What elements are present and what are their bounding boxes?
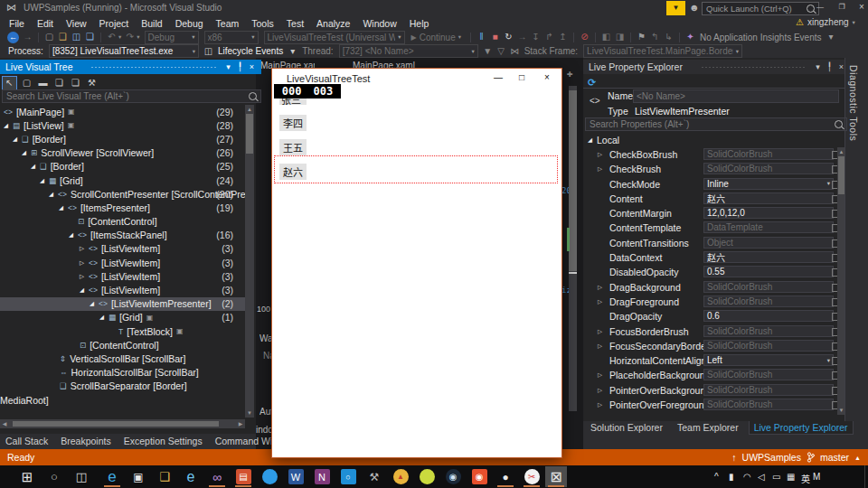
stop-debugging-icon[interactable]: ■: [488, 31, 502, 43]
repo-name[interactable]: UWPSamples: [742, 452, 801, 463]
app-visual-studio[interactable]: ∞: [206, 466, 228, 487]
expander-open-icon[interactable]: ◢: [80, 286, 89, 294]
show-desktop-button[interactable]: [864, 465, 865, 488]
flag-threads-icon[interactable]: ▼: [481, 45, 495, 58]
local-section-header[interactable]: ◢ Local: [588, 135, 619, 145]
signed-in-user[interactable]: ⚠ xingzheng ▾: [796, 17, 855, 27]
unflag-threads-icon[interactable]: ▽: [495, 45, 508, 58]
app-onenote[interactable]: N: [311, 466, 333, 487]
tree-item[interactable]: ⊡[ContentControl]: [0, 215, 245, 229]
view-source-button[interactable]: ❏: [69, 77, 82, 89]
property-value-field[interactable]: SolidColorBrush: [703, 325, 834, 337]
expander-closed-icon[interactable]: ▷: [80, 245, 89, 252]
app-edge[interactable]: e: [101, 466, 123, 487]
app-blue-circle[interactable]: [259, 466, 280, 487]
property-value-field[interactable]: SolidColorBrush: [703, 399, 834, 410]
app-steam[interactable]: ◉: [442, 466, 464, 487]
tree-hscrollbar-thumb[interactable]: [13, 421, 219, 427]
property-value-field[interactable]: SolidColorBrush: [703, 163, 834, 174]
expander-open-icon[interactable]: ◢: [22, 149, 31, 156]
scroll-left-icon[interactable]: ◀: [1, 420, 8, 427]
tab-live-property-explorer[interactable]: Live Property Explorer: [749, 421, 854, 435]
tree-item[interactable]: ◢<>[ListViewItem](3): [0, 283, 245, 296]
save-all-icon[interactable]: ❏: [83, 31, 97, 43]
start-button[interactable]: ⊞: [16, 466, 38, 487]
menu-debug[interactable]: Debug: [169, 17, 210, 30]
menu-analyze[interactable]: Analyze: [310, 17, 356, 30]
menu-test[interactable]: Test: [280, 17, 310, 30]
property-value-field[interactable]: DataTemplate: [703, 221, 834, 233]
app-orange-document[interactable]: ▤: [232, 466, 254, 487]
stack-frame-select-arrow[interactable]: ▾: [736, 48, 739, 55]
app-internet-explorer[interactable]: e: [180, 466, 202, 487]
tree-item[interactable]: ◢⊞ScrollViewer [ScrollViewer](26): [0, 146, 245, 160]
thread-select[interactable]: [732] <No Name>▾: [339, 44, 478, 58]
menu-window[interactable]: Window: [356, 17, 402, 30]
property-value-field[interactable]: Inline▾: [703, 178, 834, 190]
property-value-field[interactable]: Left▾: [703, 354, 834, 366]
show-next-statement-icon[interactable]: →: [515, 31, 529, 43]
restart-icon[interactable]: ↻: [502, 31, 515, 43]
display-adorners-button[interactable]: ▢: [20, 77, 33, 89]
expander-closed-icon[interactable]: ▷: [598, 387, 602, 394]
step-over-icon[interactable]: ↱: [542, 31, 556, 43]
expander-closed-icon[interactable]: ▷: [598, 151, 602, 158]
name-value-field[interactable]: <No Name>: [633, 89, 839, 103]
expander-closed-icon[interactable]: ▷: [598, 343, 602, 350]
app-green-sphere[interactable]: [416, 466, 438, 487]
preview-selection-button[interactable]: ❏: [52, 77, 66, 89]
expander-open-icon[interactable]: ◢: [99, 314, 108, 321]
tree-item[interactable]: ▷<>[ListViewItem](3): [0, 242, 245, 256]
menu-build[interactable]: Build: [135, 17, 168, 30]
chevron-down-icon[interactable]: ▾: [827, 357, 830, 364]
track-focused-element-button[interactable]: ▬: [36, 77, 50, 89]
pin-icon[interactable]: ╿: [824, 62, 835, 71]
close-icon[interactable]: ×: [835, 62, 847, 71]
battery-icon[interactable]: ▮: [729, 472, 734, 482]
live-visual-tree-search-input[interactable]: Search Live Visual Tree (Alt+`): [2, 89, 261, 103]
pin-icon[interactable]: ╿: [234, 62, 246, 71]
list-item[interactable]: 李四: [279, 115, 307, 131]
tree-item[interactable]: T[TextBlock]▣: [0, 324, 245, 338]
splitter-handle-icon[interactable]: ✚: [567, 70, 573, 79]
startup-project-select-arrow[interactable]: ▾: [398, 33, 401, 41]
solution-configuration-select-arrow[interactable]: ▾: [192, 33, 194, 41]
list-item[interactable]: 王五: [279, 139, 307, 155]
continue-button[interactable]: ▶Continue▾: [411, 33, 463, 42]
expander-closed-icon[interactable]: ▷: [598, 401, 602, 408]
tab-diagnostic-tools[interactable]: Diagnostic Tools: [848, 65, 859, 141]
tree-settings-button[interactable]: ⚒: [85, 77, 99, 89]
select-element-button[interactable]: ↖: [2, 76, 17, 90]
expander-open-icon[interactable]: ◢: [40, 177, 49, 184]
process-select-arrow[interactable]: ▾: [193, 48, 195, 55]
expander-open-icon[interactable]: ◢: [4, 122, 13, 129]
tray-expand-icon[interactable]: ^: [714, 472, 719, 482]
tree-item[interactable]: ◢▦[Grid](24): [0, 174, 245, 187]
app-word[interactable]: W: [285, 466, 307, 487]
expander-open-icon[interactable]: ◢: [31, 163, 40, 170]
app-blue-square[interactable]: ○: [337, 466, 359, 487]
bookmark-icon[interactable]: ⚑: [635, 31, 648, 43]
nav-forward-button[interactable]: →: [21, 31, 34, 43]
expander-closed-icon[interactable]: ▷: [598, 284, 602, 291]
feedback-button[interactable]: ▼: [666, 1, 685, 15]
search-cortana-button[interactable]: ○: [43, 466, 65, 487]
property-value-field[interactable]: SolidColorBrush: [703, 296, 834, 307]
tree-item[interactable]: ◢❑[Border](27): [0, 132, 245, 145]
property-value-field[interactable]: 赵六: [703, 192, 834, 204]
tree-item[interactable]: ❑ScrollBarSeparator [Border]: [0, 380, 245, 393]
restore-button[interactable]: ❐: [834, 0, 850, 14]
close-button[interactable]: ×: [854, 0, 868, 14]
expander-closed-icon[interactable]: ▷: [598, 298, 602, 305]
menu-view[interactable]: View: [60, 17, 93, 30]
application-insights-icon[interactable]: ✦: [684, 31, 697, 43]
tree-item[interactable]: ◢<>[ListViewItemPresenter](2): [0, 297, 245, 311]
volume-icon[interactable]: ◁: [758, 472, 765, 482]
tab-call-stack[interactable]: Call Stack: [5, 436, 48, 446]
person-icon[interactable]: ☻: [689, 2, 700, 13]
property-value-field[interactable]: SolidColorBrush: [703, 340, 834, 352]
expander-closed-icon[interactable]: ▷: [80, 259, 89, 267]
breakpoints-icon[interactable]: ⊘: [578, 31, 591, 43]
expander-open-icon[interactable]: ◢: [90, 300, 99, 307]
tree-item[interactable]: ◢▤[ListView]▣(28): [0, 118, 245, 132]
